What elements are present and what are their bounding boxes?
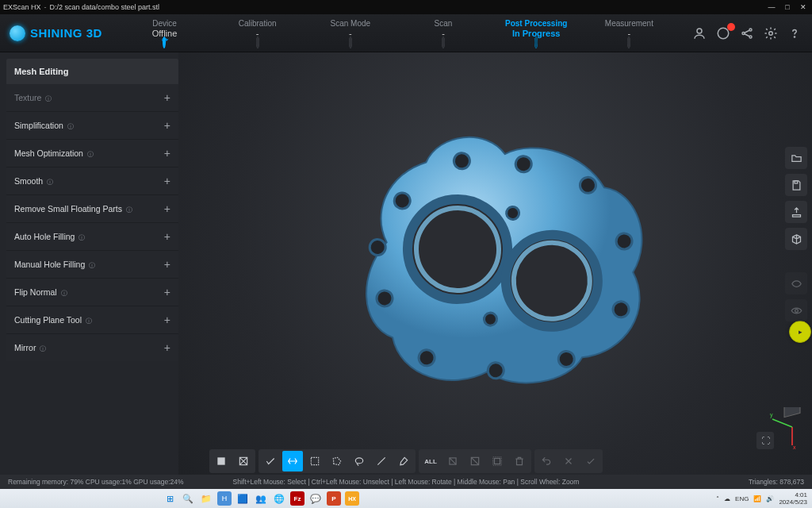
taskbar-edge-icon[interactable]: 🟦 [236,491,250,506]
brand-logo-icon [10,25,25,41]
export-button[interactable] [785,201,807,223]
select-visible-button[interactable] [260,451,281,471]
tray-volume-icon[interactable]: 🔊 [766,495,774,502]
3d-viewport[interactable]: y x ⛶ [178,52,812,475]
third-party-button[interactable] [785,228,807,250]
taskbar-search-icon[interactable]: 🔍 [181,491,195,506]
share-icon[interactable] [739,25,755,41]
visibility-toggle-button[interactable] [785,299,807,321]
help-icon[interactable] [787,25,802,41]
select-lasso-button[interactable] [349,451,370,471]
grow-selection-button[interactable] [487,451,508,471]
taskbar-chrome-icon[interactable]: 🌐 [272,491,286,506]
undo-button[interactable] [536,451,557,471]
acc-smooth[interactable]: Smooth ⓘ+ [6,167,178,194]
header-actions [691,25,802,41]
save-file-button[interactable] [785,174,807,196]
svg-point-34 [355,458,362,464]
deselect-button[interactable] [442,451,463,471]
brand-text: SHINING 3D [30,26,102,40]
taskbar-teams-icon[interactable]: 👥 [254,491,268,506]
expand-icon: + [164,314,170,326]
acc-remove-floating[interactable]: Remove Small Floating Parts ⓘ+ [6,194,178,222]
svg-point-12 [453,152,470,170]
select-rect-button[interactable] [304,451,325,471]
select-line-button[interactable] [371,451,392,471]
taskbar-filezilla-icon[interactable]: Fz [290,491,304,506]
tray-lang[interactable]: ENG [735,495,749,502]
shade-solid-button[interactable] [211,451,232,471]
svg-point-6 [794,36,795,37]
account-icon[interactable] [691,25,707,41]
svg-point-5 [769,31,773,35]
taskbar-explorer-icon[interactable]: 📁 [199,491,213,506]
tray-time: 4:01 [795,491,807,498]
info-icon: ⓘ [87,151,94,158]
select-brush-button[interactable] [393,451,414,471]
step-post-processing[interactable]: Post Processing In Progress [492,19,580,47]
step-device[interactable]: Device Offline [121,19,208,47]
invert-selection-button[interactable] [465,451,485,471]
acc-cutting-plane[interactable]: Cutting Plane Tool ⓘ+ [6,306,178,333]
app-name: EXScan HX [3,3,41,11]
select-through-button[interactable] [282,451,303,471]
tray-cloud-icon[interactable]: ☁ [724,495,730,502]
svg-point-19 [418,349,435,367]
mesh-editing-panel: Mesh Editing Texture ⓘ+ Simplification ⓘ… [0,52,178,475]
acc-simplification[interactable]: Simplification ⓘ+ [6,111,178,139]
svg-point-16 [612,301,630,318]
tray-chevron-icon[interactable]: ˄ [716,495,719,502]
info-icon: ⓘ [40,345,46,352]
acc-mesh-optimization[interactable]: Mesh Optimization ⓘ+ [6,139,178,167]
svg-rect-37 [495,459,500,464]
step-measurement[interactable]: Measurement - [585,19,672,47]
cancel-button[interactable] [558,451,579,471]
tray-date: 2024/5/23 [779,498,807,506]
select-all-button[interactable]: ALL [420,451,441,471]
window-maximize-button[interactable]: □ [782,2,793,13]
status-memory: Remaining memory: 79% CPU usage:1% GPU u… [8,478,184,486]
window-minimize-button[interactable]: — [766,2,777,13]
status-triangles: Triangles: 878,673 [749,478,804,486]
settings-icon[interactable] [763,25,779,41]
step-calibration[interactable]: Calibration - [214,19,301,47]
texture-toggle-button[interactable] [785,272,807,294]
step-scan[interactable]: Scan - [400,19,487,47]
acc-mirror[interactable]: Mirror ⓘ+ [6,333,178,361]
taskbar-scanner-icon[interactable]: HX [345,491,359,506]
workflow-stepper: Device Offline Calibration - Scan Mode -… [118,19,676,47]
taskbar-app-icon[interactable]: H [217,491,232,506]
fit-view-button[interactable]: ⛶ [756,432,774,449]
step-dot-icon [627,37,630,48]
window-close-button[interactable]: ✕ [798,2,809,13]
expand-icon: + [164,202,170,215]
expand-icon: + [164,258,170,271]
step-dot-icon [349,37,352,48]
app-header: SHINING 3D Device Offline Calibration - … [0,14,812,52]
os-title-bar: EXScan HX - D:/2 scan data/combo steel p… [0,0,812,14]
app-status-bar: Remaining memory: 79% CPU usage:1% GPU u… [0,475,812,489]
open-file-button[interactable] [785,147,807,169]
acc-texture[interactable]: Texture ⓘ+ [6,84,178,111]
delete-selection-button[interactable] [509,451,530,471]
taskbar-start-icon[interactable]: ⊞ [163,491,177,506]
panel-title: Mesh Editing [6,59,178,84]
step-dot-icon [442,37,445,48]
brand-logo: SHINING 3D [10,25,102,41]
svg-point-22 [505,206,519,221]
select-poly-button[interactable] [327,451,347,471]
notifications-icon[interactable] [715,25,731,41]
acc-auto-hole[interactable]: Auto Hole Filling ⓘ+ [6,222,178,250]
taskbar-wechat-icon[interactable]: 💬 [308,491,323,506]
acc-manual-hole[interactable]: Manual Hole Filling ⓘ+ [6,250,178,278]
shade-wire-button[interactable] [233,451,254,471]
scanned-mesh[interactable] [327,105,663,406]
tray-wifi-icon[interactable]: 📶 [753,495,761,502]
step-scan-mode[interactable]: Scan Mode - [307,19,394,47]
acc-flip-normal[interactable]: Flip Normal ⓘ+ [6,278,178,306]
taskbar-powerpoint-icon[interactable]: P [327,491,341,506]
os-taskbar: ⊞ 🔍 📁 H 🟦 👥 🌐 Fz 💬 P HX ˄ ☁ ENG 📶 🔊 4:01… [0,489,812,508]
expand-icon: + [164,286,170,298]
system-tray[interactable]: ˄ ☁ ENG 📶 🔊 4:01 2024/5/23 [716,491,812,506]
apply-button[interactable] [580,451,601,471]
